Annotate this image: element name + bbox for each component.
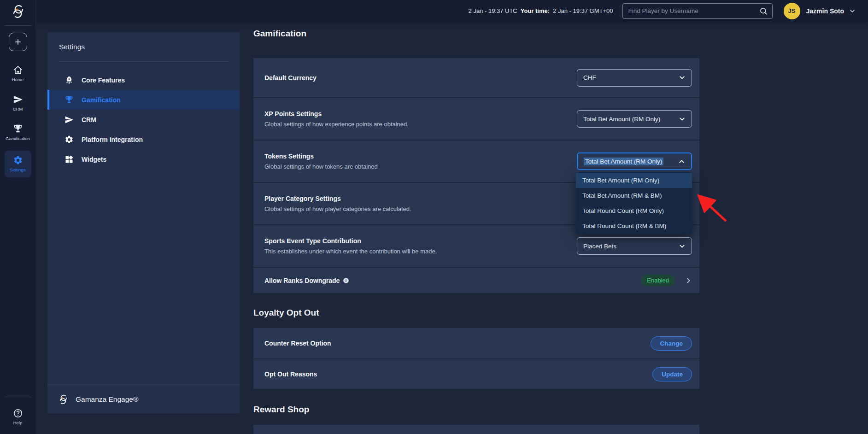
rail-item-settings[interactable]: Settings <box>5 151 31 177</box>
dropdown-option[interactable]: Total Round Count (RM Only) <box>576 203 692 218</box>
row-subtitle: This establishes under which event the c… <box>264 248 437 255</box>
local-time: 2 Jan - 19:37 GMT+00 <box>553 7 613 14</box>
rail-item-help[interactable]: Help <box>5 405 31 428</box>
divider <box>5 25 31 26</box>
rail-item-label: Gamification <box>6 136 30 141</box>
rail-item-label: CRM <box>13 106 23 111</box>
status-badge: Enabled <box>641 275 674 286</box>
row-subtitle: Global settings of how player categories… <box>264 205 411 212</box>
widgets-icon <box>65 155 74 164</box>
rail-item-crm[interactable]: CRM <box>5 92 31 115</box>
sidebar-item-label: Gamification <box>82 96 121 104</box>
dropdown-option[interactable]: Total Bet Amount (RM Only) <box>576 173 692 188</box>
row-counter-reset: Counter Reset Option Change <box>253 328 699 358</box>
select-value: Total Bet Amount (RM Only) <box>584 158 663 165</box>
row-title: XP Points Settings <box>264 110 409 117</box>
settings-sidebar: Settings Core Features Gamification <box>47 32 240 413</box>
gear-icon <box>65 135 74 144</box>
rail-bottom: Help <box>0 397 35 428</box>
your-time-label: Your time: <box>521 7 550 14</box>
loyalty-heading: Loyalty Opt Out <box>253 307 699 319</box>
row-title: Default Currency <box>264 74 317 82</box>
row-subtitle: Global settings of how tokens are obtain… <box>264 163 378 170</box>
select-value: Placed Bets <box>583 243 616 250</box>
home-icon <box>13 65 23 75</box>
send-icon <box>65 115 74 124</box>
dropdown-option[interactable]: Total Bet Amount (RM & BM) <box>576 188 692 203</box>
divider <box>5 397 31 397</box>
chevron-down-icon <box>678 242 686 250</box>
dropdown-option[interactable]: Total Round Count (RM & BM) <box>576 218 692 234</box>
sidebar-item-label: Widgets <box>82 156 106 163</box>
sidebar-footer: Gamanza Engage® <box>47 385 240 413</box>
trophy-icon <box>13 124 23 134</box>
xp-points-select[interactable]: Total Bet Amount (RM Only) <box>577 110 692 128</box>
page-title: Gamification <box>253 28 699 40</box>
sidebar-item-widgets[interactable]: Widgets <box>47 149 240 169</box>
add-button[interactable] <box>9 33 27 51</box>
default-currency-select[interactable]: CHF <box>577 69 692 87</box>
change-button[interactable]: Change <box>651 336 692 351</box>
sidebar-item-crm[interactable]: CRM <box>47 110 240 129</box>
row-tokens: Tokens Settings Global settings of how t… <box>253 140 699 182</box>
row-reward-shop-stub <box>253 425 699 434</box>
tokens-dropdown-list: Total Bet Amount (RM Only) Total Bet Amo… <box>576 172 692 234</box>
send-icon <box>13 94 23 105</box>
divider <box>59 61 228 62</box>
chevron-up-icon <box>678 158 686 165</box>
row-title: Player Category Settings <box>264 195 411 202</box>
sidebar-items: Core Features Gamification CRM Platform … <box>47 70 240 169</box>
sidebar-item-gamification[interactable]: Gamification <box>47 90 240 110</box>
row-title: Sports Event Type Contribution <box>264 237 437 245</box>
utc-time: 2 Jan - 19:37 UTC <box>469 7 517 14</box>
rail-item-label: Home <box>12 77 23 82</box>
info-icon[interactable] <box>343 277 349 284</box>
main-content: Gamification Default Currency CHF XP Poi… <box>253 22 699 434</box>
sidebar-item-platform-integration[interactable]: Platform Integration <box>47 129 240 149</box>
sidebar-item-label: Platform Integration <box>82 136 143 143</box>
sidebar-item-core-features[interactable]: Core Features <box>47 70 240 90</box>
tokens-select[interactable]: Total Bet Amount (RM Only) <box>577 152 692 170</box>
row-title-text: Allow Ranks Downgrade <box>264 277 340 284</box>
row-title: Opt Out Reasons <box>264 370 317 378</box>
loyalty-card: Counter Reset Option Change Opt Out Reas… <box>253 328 699 389</box>
row-title: Allow Ranks Downgrade <box>264 277 349 284</box>
gamanza-logo-icon <box>10 3 26 20</box>
select-value: CHF <box>583 74 596 81</box>
icon-rail: Home CRM Gamification Settings <box>0 0 36 434</box>
reward-shop-card <box>253 425 699 434</box>
rocket-icon <box>65 76 74 85</box>
avatar[interactable]: JS <box>784 3 800 19</box>
player-search[interactable] <box>622 3 773 19</box>
chevron-right-icon[interactable] <box>685 277 692 284</box>
chevron-down-icon <box>678 74 686 82</box>
topbar: 2 Jan - 19:37 UTC Your time: 2 Jan - 19:… <box>0 0 868 22</box>
brand-name: Gamanza Engage® <box>76 395 138 404</box>
sports-event-select[interactable]: Placed Bets <box>577 237 692 255</box>
row-title: Counter Reset Option <box>264 340 331 347</box>
sidebar-title: Settings <box>47 32 240 51</box>
clock-display: 2 Jan - 19:37 UTC Your time: 2 Jan - 19:… <box>469 7 613 14</box>
update-button[interactable]: Update <box>652 367 692 381</box>
gamification-settings-card: Default Currency CHF XP Points Settings … <box>253 58 699 293</box>
rail-item-gamification[interactable]: Gamification <box>5 121 31 144</box>
sidebar-item-label: Core Features <box>82 76 125 84</box>
help-icon <box>13 408 23 418</box>
rail-item-label: Settings <box>10 167 25 172</box>
user-menu-chevron-down-icon[interactable] <box>849 7 856 15</box>
rail-item-home[interactable]: Home <box>5 62 31 85</box>
gamanza-logo-icon <box>57 393 69 405</box>
rail-nav: Home CRM Gamification Settings <box>0 62 35 177</box>
search-input[interactable] <box>628 7 759 14</box>
row-subtitle: Global settings of how experience points… <box>264 121 409 128</box>
trophy-icon <box>65 95 74 105</box>
select-value: Total Bet Amount (RM Only) <box>583 116 660 123</box>
tokens-select-wrap: Total Bet Amount (RM Only) Total Bet Amo… <box>577 152 692 170</box>
sidebar-item-label: CRM <box>82 116 96 123</box>
row-opt-out-reasons: Opt Out Reasons Update <box>253 358 699 389</box>
chevron-down-icon <box>678 115 686 123</box>
rail-item-label: Help <box>13 420 23 425</box>
search-icon[interactable] <box>759 7 768 15</box>
gear-icon <box>13 155 23 165</box>
user-name: Jazmin Soto <box>806 7 844 15</box>
